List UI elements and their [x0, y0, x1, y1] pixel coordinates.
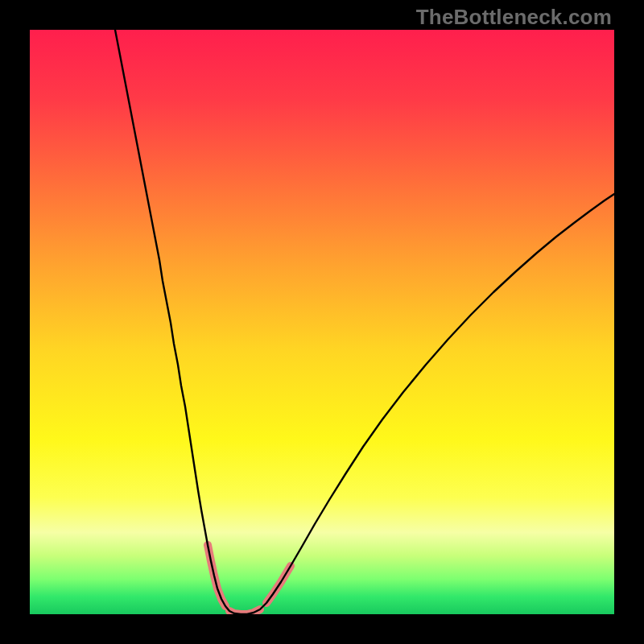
plot-area	[30, 30, 614, 614]
gradient-background	[30, 30, 614, 614]
watermark-text: TheBottleneck.com	[416, 5, 612, 30]
chart-frame: TheBottleneck.com	[0, 0, 644, 644]
chart-svg	[30, 30, 614, 614]
